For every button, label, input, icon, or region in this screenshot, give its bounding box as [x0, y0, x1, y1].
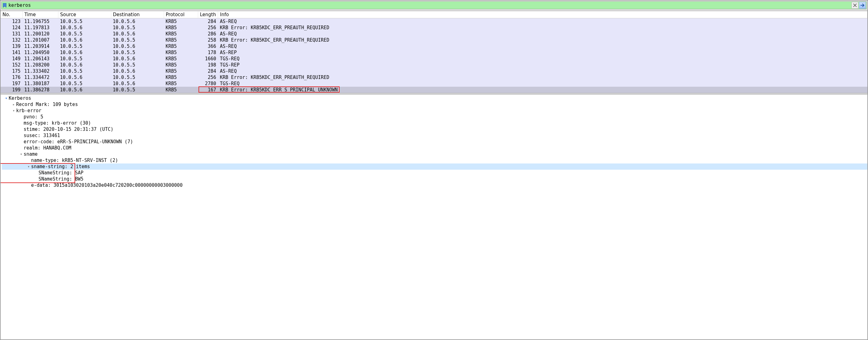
cell: 10.0.5.5	[111, 50, 164, 56]
packet-row[interactable]: 14911.20614310.0.5.510.0.5.6KRB51660TGS-…	[1, 56, 867, 62]
tree-label: SNameString: BW5	[38, 176, 84, 182]
cell-info: KRB Error: KRB5KDC_ERR_PREAUTH_REQUIRED	[218, 25, 867, 31]
packet-row[interactable]: 17511.33340210.0.5.510.0.5.6KRB5284AS-RE…	[1, 68, 867, 74]
packet-row[interactable]: 15211.20820010.0.5.610.0.5.5KRB5198TGS-R…	[1, 62, 867, 68]
clear-filter-icon[interactable]	[851, 2, 858, 9]
cell: 10.0.5.6	[58, 25, 111, 31]
tree-label: pvno: 5	[24, 114, 43, 120]
tree-sname-item-1[interactable]: SNameString: BW5	[2, 176, 867, 182]
tree-sname-string[interactable]: ▾ sname-string: 2 items	[2, 163, 867, 170]
cell: 175	[1, 68, 22, 74]
cell: 10.0.5.6	[111, 56, 164, 62]
cell: 284	[198, 18, 218, 25]
col-info[interactable]: Info	[218, 11, 867, 18]
packet-row[interactable]: 12311.19675510.0.5.510.0.5.6KRB5284AS-RE…	[1, 18, 867, 25]
packet-row[interactable]: 13911.20391410.0.5.510.0.5.6KRB5366AS-RE…	[1, 43, 867, 50]
packet-row[interactable]: 12411.19781310.0.5.610.0.5.5KRB5256KRB E…	[1, 25, 867, 31]
tree-label: sname-string: 2 items	[31, 164, 90, 169]
cell: 10.0.5.6	[58, 62, 111, 68]
packet-list-pane: No. Time Source Destination Protocol Len…	[1, 11, 867, 93]
cell: 10.0.5.5	[111, 74, 164, 81]
apply-filter-icon[interactable]	[859, 2, 866, 9]
cell: 11.197813	[22, 25, 58, 31]
display-filter-bar	[1, 1, 867, 9]
cell: 1660	[198, 56, 218, 62]
cell: 10.0.5.5	[58, 31, 111, 37]
cell: 178	[198, 50, 218, 56]
col-src[interactable]: Source	[58, 11, 111, 18]
cell: 256	[198, 25, 218, 31]
tree-error-code[interactable]: error-code: eRR-S-PRINCIPAL-UNKNOWN (7)	[2, 138, 867, 145]
col-len[interactable]: Length	[198, 11, 218, 18]
cell: 10.0.5.5	[111, 62, 164, 68]
cell: KRB5	[164, 43, 198, 50]
tree-stime[interactable]: stime: 2020-10-15 20:31:37 (UTC)	[2, 126, 867, 132]
cell: 10.0.5.6	[58, 87, 111, 93]
cell: 10.0.5.6	[58, 37, 111, 43]
cell: 366	[198, 43, 218, 50]
tree-krb-error[interactable]: ▾ krb-error	[2, 107, 867, 114]
tree-name-type[interactable]: name-type: kRB5-NT-SRV-INST (2)	[2, 157, 867, 163]
tree-pvno[interactable]: pvno: 5	[2, 114, 867, 120]
tree-label: name-type: kRB5-NT-SRV-INST (2)	[31, 158, 118, 163]
cell: 149	[1, 56, 22, 62]
cell: 10.0.5.6	[111, 43, 164, 50]
cell: 10.0.5.6	[58, 74, 111, 81]
packet-row[interactable]: 19911.38627810.0.5.610.0.5.5KRB5167KRB E…	[1, 87, 867, 93]
col-proto[interactable]: Protocol	[164, 11, 198, 18]
cell-info: KRB Error: KRB5KDC_ERR_PREAUTH_REQUIRED	[218, 37, 867, 43]
cell: KRB5	[164, 68, 198, 74]
bookmark-icon[interactable]	[2, 3, 8, 7]
cell: 11.200120	[22, 31, 58, 37]
tree-label: msg-type: krb-error (30)	[24, 120, 91, 126]
packet-row[interactable]: 17611.33447210.0.5.610.0.5.5KRB5256KRB E…	[1, 74, 867, 81]
cell: 176	[1, 74, 22, 81]
tree-label: krb-error	[16, 108, 41, 114]
tree-label: sname	[24, 151, 38, 157]
tree-label: susec: 313461	[24, 133, 60, 138]
tree-kerberos[interactable]: ▾ Kerberos	[2, 95, 867, 101]
col-time[interactable]: Time	[22, 11, 58, 18]
cell: KRB5	[164, 81, 198, 87]
cell-info: KRB Error: KRB5KDC_ERR_PREAUTH_REQUIRED	[218, 74, 867, 81]
cell-info: AS-REQ	[218, 43, 867, 50]
cell: 10.0.5.5	[111, 87, 164, 93]
cell: 10.0.5.5	[58, 43, 111, 50]
cell: 141	[1, 50, 22, 56]
display-filter-input[interactable]	[8, 2, 851, 9]
tree-record-mark[interactable]: ▸ Record Mark: 109 bytes	[2, 101, 867, 107]
cell: 258	[198, 37, 218, 43]
col-no[interactable]: No.	[1, 11, 22, 18]
cell: 11.333402	[22, 68, 58, 74]
cell: 10.0.5.5	[58, 68, 111, 74]
cell: 11.386278	[22, 87, 58, 93]
tree-realm[interactable]: realm: HANABQ.COM	[2, 145, 867, 151]
cell: 286	[198, 31, 218, 37]
cell: 10.0.5.5	[58, 81, 111, 87]
cell: 132	[1, 37, 22, 43]
col-dst[interactable]: Destination	[111, 11, 164, 18]
cell: 11.380187	[22, 81, 58, 87]
cell: 10.0.5.6	[58, 50, 111, 56]
cell-info: TGS-REQ	[218, 81, 867, 87]
cell-info: AS-REQ	[218, 31, 867, 37]
cell-info: AS-REQ	[218, 18, 867, 25]
cell: KRB5	[164, 18, 198, 25]
tree-sname[interactable]: ▾ sname	[2, 151, 867, 157]
packet-detail-pane: ▾ Kerberos ▸ Record Mark: 109 bytes ▾ kr…	[1, 94, 867, 189]
tree-sname-item-0[interactable]: SNameString: SAP	[2, 170, 867, 176]
tree-msg-type[interactable]: msg-type: krb-error (30)	[2, 120, 867, 126]
tree-susec[interactable]: susec: 313461	[2, 132, 867, 138]
chevron-down-icon: ▾	[4, 96, 9, 100]
cell-info: TGS-REP	[218, 62, 867, 68]
packet-row[interactable]: 14111.20495010.0.5.610.0.5.5KRB5178AS-RE…	[1, 50, 867, 56]
cell: 11.334472	[22, 74, 58, 81]
tree-e-data[interactable]: e-data: 3015a103020103a20e040c720200c000…	[2, 182, 867, 188]
packet-row[interactable]: 13211.20100710.0.5.610.0.5.5KRB5258KRB E…	[1, 37, 867, 43]
cell: 11.206143	[22, 56, 58, 62]
cell: 152	[1, 62, 22, 68]
packet-row[interactable]: 13111.20012010.0.5.510.0.5.6KRB5286AS-RE…	[1, 31, 867, 37]
tree-label: e-data: 3015a103020103a20e040c720200c000…	[31, 182, 183, 188]
packet-row[interactable]: 19711.38018710.0.5.510.0.5.6KRB52780TGS-…	[1, 81, 867, 87]
packet-table: No. Time Source Destination Protocol Len…	[1, 11, 867, 93]
